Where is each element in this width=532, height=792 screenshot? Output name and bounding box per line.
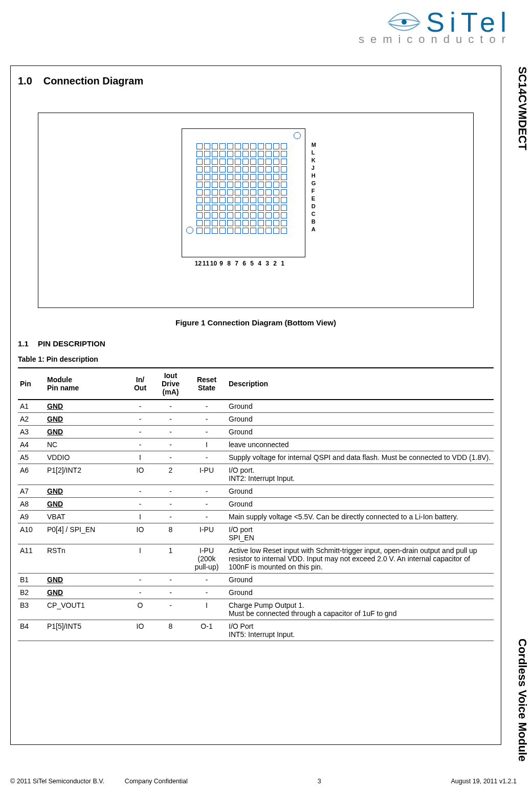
bga-pad [258, 182, 264, 188]
bga-pad [219, 189, 226, 195]
bga-pad [273, 189, 279, 195]
bga-pad [227, 174, 233, 180]
col-label: 1 [279, 260, 286, 267]
cell-pin: A2 [18, 413, 45, 426]
bga-pad [196, 151, 203, 157]
bga-pad [219, 205, 226, 211]
svg-point-0 [402, 19, 407, 25]
cell-desc: leave unconnected [227, 438, 494, 451]
bga-pad [212, 174, 218, 180]
th-io: In/Out [126, 368, 154, 400]
bga-pad [227, 205, 233, 211]
cell-drive: 8 [154, 523, 187, 544]
cell-name: GND [45, 586, 126, 599]
cell-pin: B2 [18, 586, 45, 599]
bga-pad [281, 205, 287, 211]
bga-pad [273, 151, 279, 157]
cell-pin: A8 [18, 498, 45, 511]
bga-pad [258, 205, 264, 211]
bga-pad [212, 228, 218, 234]
col-label: 7 [233, 260, 240, 267]
bga-pad [258, 174, 264, 180]
subsection-heading: 1.1 PIN DESCRIPTION [18, 339, 494, 348]
cell-drive: - [154, 413, 187, 426]
bga-pad [212, 197, 218, 203]
bga-pad [258, 159, 264, 165]
pin-table: Pin ModulePin name In/Out IoutDrive(mA) … [18, 367, 494, 641]
cell-pin: A7 [18, 485, 45, 498]
cell-io: IO [126, 620, 154, 641]
bga-pad [227, 228, 233, 234]
table-row: A2GND---Ground [18, 413, 494, 426]
table-row: A10P0[4] / SPI_ENIO8I-PUI/O portSPI_EN [18, 523, 494, 544]
figure-frame: MLKJHGFEDCBA 121110987654321 [38, 113, 474, 308]
section-number: 1.0 [18, 75, 32, 86]
table-row: B2GND---Ground [18, 586, 494, 599]
row-label: B [312, 218, 316, 226]
bga-pad [242, 228, 249, 234]
bga-pad [212, 182, 218, 188]
bga-pad [235, 228, 241, 234]
footer-page-number: 3 [318, 778, 321, 785]
cell-io: - [126, 413, 154, 426]
bga-pad [212, 189, 218, 195]
bga-pad [258, 220, 264, 226]
cell-drive: 2 [154, 464, 187, 485]
table-body: A1GND---GroundA2GND---GroundA3GND---Grou… [18, 400, 494, 641]
bga-pad [250, 220, 256, 226]
bga-pad [250, 166, 256, 172]
side-label-bottom: Cordless Voice Module [516, 639, 529, 761]
bga-pad [204, 166, 210, 172]
cell-name: GND [45, 485, 126, 498]
cell-reset: - [187, 485, 227, 498]
cell-desc: Charge Pump Output 1.Must be connected t… [227, 599, 494, 620]
bga-pad [235, 174, 241, 180]
cell-reset: - [187, 511, 227, 523]
bga-pad [281, 220, 287, 226]
cell-pin: A11 [18, 544, 45, 574]
cell-name: GND [45, 574, 126, 586]
bga-pad [227, 143, 233, 149]
cell-drive: - [154, 438, 187, 451]
bga-pad [204, 197, 210, 203]
table-row: B3CP_VOUT1O-ICharge Pump Output 1.Must b… [18, 599, 494, 620]
cell-desc: Ground [227, 426, 494, 438]
cell-drive: - [154, 498, 187, 511]
bga-pad [235, 143, 241, 149]
cell-desc: I/O portSPI_EN [227, 523, 494, 544]
cell-io: - [126, 586, 154, 599]
table-row: A7GND---Ground [18, 485, 494, 498]
row-label: C [312, 210, 316, 218]
bga-pad [242, 159, 249, 165]
cell-pin: A5 [18, 451, 45, 464]
bga-pad [281, 174, 287, 180]
bga-pad [235, 159, 241, 165]
col-label: 3 [263, 260, 271, 267]
bga-pad [204, 159, 210, 165]
bga-pad [227, 151, 233, 157]
bga-pad [281, 228, 287, 234]
bga-pad [235, 220, 241, 226]
cell-drive: - [154, 574, 187, 586]
table-title: Table 1: Pin description [18, 355, 494, 363]
bga-pad [273, 174, 279, 180]
cell-desc: Ground [227, 485, 494, 498]
col-label: 11 [202, 260, 210, 267]
table-row: A6P1[2]/INT2IO2I-PUI/O port.INT2: Interr… [18, 464, 494, 485]
col-label: 9 [217, 260, 225, 267]
cell-reset: O-1 [187, 620, 227, 641]
col-label: 12 [194, 260, 202, 267]
bga-pad [235, 212, 241, 218]
cell-io: - [126, 426, 154, 438]
bga-pad [265, 159, 272, 165]
bga-pad [196, 189, 203, 195]
bga-pad [242, 182, 249, 188]
cell-pin: A4 [18, 438, 45, 451]
table-row: A8GND---Ground [18, 498, 494, 511]
cell-desc: Ground [227, 574, 494, 586]
bga-pad [204, 212, 210, 218]
cell-name: VDDIO [45, 451, 126, 464]
footer-confidential: Company Confidential [125, 778, 188, 785]
cell-drive: - [154, 451, 187, 464]
footer-copyright: © 2011 SiTel Semiconductor B.V. [10, 778, 104, 785]
